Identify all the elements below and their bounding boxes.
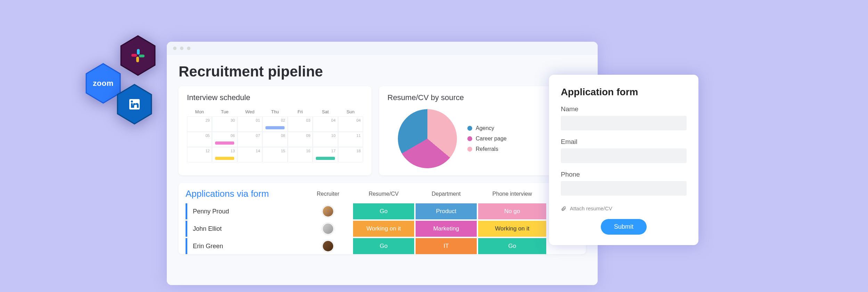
svg-rect-5 [131,54,137,57]
applications-card: Applications via form Recruiter Resume/C… [179,183,586,254]
svg-point-9 [131,100,133,103]
calendar-date: 15 [281,149,285,153]
calendar-event[interactable] [215,141,234,145]
calendar-cell[interactable]: 04 [338,116,363,132]
calendar-cell[interactable]: 30 [212,116,237,132]
resume-status[interactable]: Go [353,238,414,254]
slack-icon [130,48,146,64]
submit-button[interactable]: Submit [601,219,647,235]
calendar-cell[interactable]: 17 [313,147,338,162]
calendar-cell[interactable]: 16 [288,147,313,162]
avatar [322,223,334,235]
calendar-cell[interactable]: 11 [338,132,363,147]
legend-label: Career page [476,136,507,142]
calendar-day-header: Mon [187,107,212,116]
legend-swatch [467,136,472,141]
calendar-date: 16 [306,149,310,153]
calendar-date: 13 [231,149,235,153]
application-row[interactable]: John ElliotWorking on itMarketingWorking… [179,221,586,237]
application-form-panel: Application form Name Email Phone Attach… [549,75,698,245]
calendar-date: 07 [256,133,260,138]
traffic-light-close[interactable] [173,47,177,50]
calendar-day-header: Sun [338,107,363,116]
department-tag[interactable]: Product [416,203,477,219]
calendar-date: 04 [331,118,335,122]
calendar-cell[interactable]: 12 [187,147,212,162]
svg-rect-8 [131,103,133,108]
legend-label: Referrals [476,146,498,152]
calendar-date: 18 [357,149,361,153]
calendar-cell[interactable]: 05 [187,132,212,147]
calendar-date: 03 [306,118,310,122]
phone-interview-status[interactable]: Working on it [478,221,546,237]
calendar-cell[interactable]: 13 [212,147,237,162]
col-resume: Resume/CV [352,191,415,197]
calendar-date: 29 [205,118,210,122]
resume-status[interactable]: Go [353,203,414,219]
calendar-cell[interactable]: 03 [288,116,313,132]
calendar-date: 30 [231,118,235,122]
calendar-date: 17 [331,149,335,153]
calendar-cell[interactable]: 08 [262,132,287,147]
app-window: Recruitment pipeline Interview schedule … [167,42,598,285]
linkedin-icon [127,97,142,112]
calendar-event[interactable] [316,157,335,160]
phone-field[interactable] [561,181,687,196]
phone-interview-status[interactable]: Go [478,238,546,254]
pie-legend: AgencyCareer pageReferrals [467,125,507,152]
department-tag[interactable]: Marketing [416,221,477,237]
resume-status[interactable]: Working on it [353,221,414,237]
svg-rect-2 [137,49,140,55]
applicant-name: Penny Proud [186,203,304,219]
phone-interview-status[interactable]: No go [478,203,546,219]
calendar-cell[interactable]: 04 [313,116,338,132]
paperclip-icon [561,206,566,211]
calendar-cell[interactable]: 10 [313,132,338,147]
calendar-date: 06 [231,133,235,138]
name-label: Name [561,105,687,113]
calendar-event[interactable] [215,157,234,160]
calendar-date: 02 [281,118,285,122]
calendar-date: 12 [205,149,210,153]
calendar-day-header: Tue [212,107,237,116]
calendar-cell[interactable]: 06 [212,132,237,147]
linkedin-badge [116,83,153,125]
calendar-cell[interactable]: 15 [262,147,287,162]
avatar [322,205,334,217]
calendar-event[interactable] [265,126,284,129]
application-form-title: Application form [561,87,687,98]
col-department: Department [415,191,477,197]
calendar-date: 11 [357,133,361,138]
name-field[interactable] [561,116,687,130]
calendar-cell[interactable]: 01 [237,116,262,132]
calendar-cell[interactable]: 29 [187,116,212,132]
col-phone-interview: Phone interview [477,191,547,197]
calendar-day-header: Fri [288,107,313,116]
attach-resume-row[interactable]: Attach resume/CV [561,205,687,211]
calendar-date: 05 [205,133,210,138]
legend-swatch [467,126,472,131]
calendar-day-header: Thu [262,107,287,116]
calendar-date: 10 [331,133,335,138]
svg-rect-3 [139,55,145,57]
calendar-cell[interactable]: 07 [237,132,262,147]
application-row[interactable]: Erin GreenGoITGo [179,238,586,254]
slack-badge [120,35,156,76]
calendar-cell[interactable]: 18 [338,147,363,162]
legend-item: Agency [467,125,507,131]
traffic-light-zoom[interactable] [187,47,190,50]
recruiter-cell [304,238,352,254]
calendar-day-header: Wed [237,107,262,116]
applicant-name: John Elliot [186,221,304,237]
attach-resume-label: Attach resume/CV [570,205,612,211]
application-row[interactable]: Penny ProudGoProductNo go [179,203,586,219]
interview-schedule-title: Interview schedule [187,93,363,102]
calendar-cell[interactable]: 14 [237,147,262,162]
department-tag[interactable]: IT [416,238,477,254]
calendar-cell[interactable]: 09 [288,132,313,147]
recruiter-cell [304,221,352,237]
email-field[interactable] [561,148,687,163]
traffic-light-minimize[interactable] [180,47,183,50]
calendar-cell[interactable]: 02 [262,116,287,132]
svg-rect-4 [136,57,139,62]
